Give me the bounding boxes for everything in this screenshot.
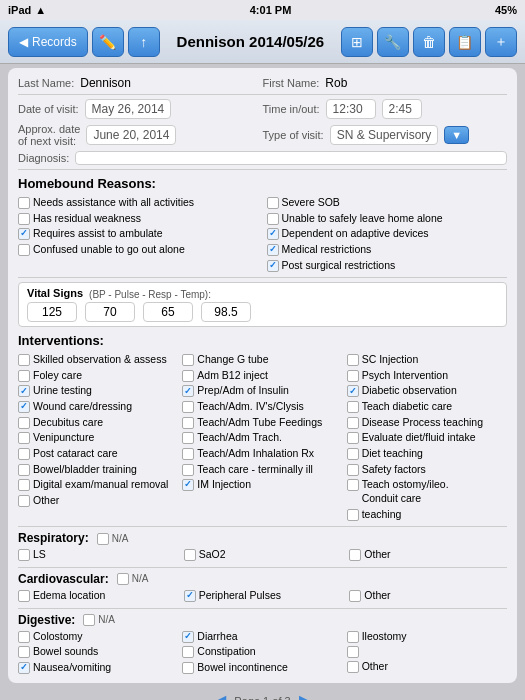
checkbox[interactable] <box>182 448 194 460</box>
checkbox[interactable] <box>347 479 359 491</box>
copy-button[interactable]: ⊞ <box>341 27 373 57</box>
checkbox[interactable]: ✓ <box>267 228 279 240</box>
delete-button[interactable]: 🗑 <box>413 27 445 57</box>
clipboard-button[interactable]: 📋 <box>449 27 481 57</box>
checkbox[interactable]: ✓ <box>182 631 194 643</box>
checkbox[interactable] <box>349 549 361 561</box>
checkbox[interactable] <box>184 549 196 561</box>
checkbox[interactable] <box>182 417 194 429</box>
time-in-value[interactable]: 12:30 <box>326 99 376 119</box>
checkbox[interactable] <box>18 479 30 491</box>
checkbox[interactable] <box>267 197 279 209</box>
next-visit-value[interactable]: June 20, 2014 <box>86 125 176 145</box>
checkbox[interactable] <box>347 401 359 413</box>
checkbox[interactable] <box>18 631 30 643</box>
checkbox[interactable] <box>347 448 359 460</box>
checkbox-label: Decubitus care <box>33 416 103 430</box>
checkbox[interactable] <box>347 432 359 444</box>
vital-input[interactable] <box>143 302 193 322</box>
interventions-col3: SC InjectionPsych Intervention✓Diabetic … <box>347 352 507 522</box>
checkbox[interactable] <box>182 646 194 658</box>
checkbox[interactable] <box>347 661 359 673</box>
checkbox[interactable] <box>18 495 30 507</box>
checkbox[interactable] <box>18 370 30 382</box>
diagnosis-row: Diagnosis: <box>18 151 507 165</box>
checkbox[interactable] <box>347 354 359 366</box>
checkbox[interactable]: ✓ <box>267 244 279 256</box>
checkbox[interactable]: ✓ <box>267 260 279 272</box>
checkbox[interactable]: ✓ <box>18 228 30 240</box>
digestive-na-checkbox[interactable] <box>83 614 95 626</box>
checkbox-item: Skilled observation & assess <box>18 352 178 368</box>
prev-page-arrow[interactable]: ◀ <box>214 691 226 700</box>
respiratory-header-row: Respiratory: N/A <box>18 531 507 545</box>
time-out-value[interactable]: 2:45 <box>382 99 422 119</box>
checkbox[interactable]: ✓ <box>347 385 359 397</box>
diagnosis-value[interactable] <box>75 151 507 165</box>
edit-button[interactable]: ✏️ <box>92 27 124 57</box>
checkbox-label: Adm B12 inject <box>197 369 268 383</box>
checkbox[interactable] <box>347 464 359 476</box>
vital-input[interactable] <box>27 302 77 322</box>
checkbox[interactable] <box>18 590 30 602</box>
checkbox[interactable] <box>182 370 194 382</box>
checkbox[interactable] <box>347 417 359 429</box>
checkbox-label: Digital exam/manual removal <box>33 478 168 492</box>
checkbox[interactable]: ✓ <box>18 385 30 397</box>
checkbox-item: Digital exam/manual removal <box>18 477 178 493</box>
page-title: Dennison 2014/05/26 <box>177 33 325 50</box>
checkbox[interactable] <box>182 464 194 476</box>
checkbox[interactable]: ✓ <box>18 401 30 413</box>
checkbox[interactable]: ✓ <box>184 590 196 602</box>
next-visit-row: Approx. date of next visit: June 20, 201… <box>18 123 507 147</box>
checkbox[interactable] <box>18 354 30 366</box>
share-button[interactable]: ↑ <box>128 27 160 57</box>
name-row: Last Name: Dennison First Name: Rob <box>18 76 507 90</box>
checkbox[interactable] <box>347 646 359 658</box>
checkbox[interactable] <box>347 631 359 643</box>
add-button[interactable]: ＋ <box>485 27 517 57</box>
vital-input[interactable] <box>201 302 251 322</box>
checkbox-item: Teach/Adm. IV's/Clysis <box>182 399 342 415</box>
checkbox-item: Teach/Adm Inhalation Rx <box>182 446 342 462</box>
checkbox[interactable] <box>182 401 194 413</box>
checkbox-item: ✓Peripheral Pulses <box>184 588 342 604</box>
checkbox[interactable] <box>182 432 194 444</box>
checkbox-item: Unable to safely leave home alone <box>267 211 508 227</box>
checkbox[interactable] <box>347 370 359 382</box>
checkbox[interactable] <box>18 417 30 429</box>
vital-input[interactable] <box>85 302 135 322</box>
respiratory-items: LSSaO2Other <box>18 547 507 563</box>
cardiovascular-header: Cardiovascular: <box>18 572 109 586</box>
back-button[interactable]: ◀ Records <box>8 27 88 57</box>
checkbox[interactable] <box>18 213 30 225</box>
checkbox[interactable] <box>18 646 30 658</box>
cardiovascular-na-checkbox[interactable] <box>117 573 129 585</box>
next-page-arrow[interactable]: ▶ <box>299 691 311 700</box>
checkbox[interactable] <box>182 354 194 366</box>
respiratory-na-checkbox[interactable] <box>97 533 109 545</box>
date-visit-col: Date of visit: May 26, 2014 <box>18 99 263 119</box>
checkbox-label: Disease Process teaching <box>362 416 483 430</box>
type-visit-dropdown[interactable]: ▼ <box>444 126 469 144</box>
checkbox[interactable] <box>267 213 279 225</box>
checkbox[interactable]: ✓ <box>182 385 194 397</box>
checkbox[interactable] <box>18 448 30 460</box>
date-visit-value[interactable]: May 26, 2014 <box>85 99 172 119</box>
checkbox[interactable] <box>349 590 361 602</box>
checkbox[interactable] <box>18 432 30 444</box>
checkbox[interactable] <box>182 662 194 674</box>
checkbox[interactable] <box>347 509 359 521</box>
checkbox-item: Teach ostomy/ileo. Conduit care <box>347 477 507 506</box>
checkbox[interactable] <box>18 549 30 561</box>
checkbox-label: Bowel sounds <box>33 645 98 659</box>
checkbox-label: Ileostomy <box>362 630 407 644</box>
checkbox[interactable]: ✓ <box>182 479 194 491</box>
checkbox[interactable]: ✓ <box>18 662 30 674</box>
checkbox[interactable] <box>18 464 30 476</box>
tools-button[interactable]: 🔧 <box>377 27 409 57</box>
checkbox[interactable] <box>18 197 30 209</box>
checkbox-label: Other <box>364 548 390 562</box>
checkbox[interactable] <box>18 244 30 256</box>
type-visit-value[interactable]: SN & Supervisory <box>330 125 439 145</box>
